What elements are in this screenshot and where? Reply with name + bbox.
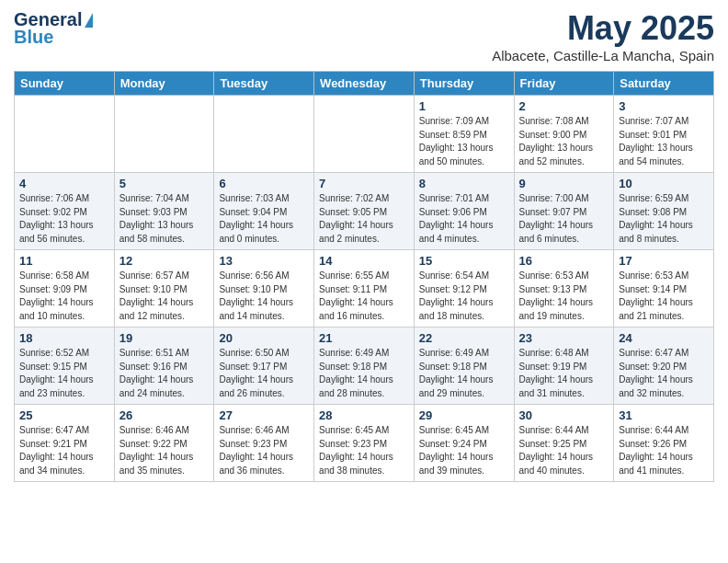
- day-info: Sunrise: 6:56 AM Sunset: 9:10 PM Dayligh…: [219, 270, 309, 323]
- day-number: 2: [519, 99, 609, 113]
- day-number: 10: [619, 177, 709, 190]
- day-cell: 23Sunrise: 6:48 AM Sunset: 9:19 PM Dayli…: [514, 327, 614, 405]
- day-info: Sunrise: 6:58 AM Sunset: 9:09 PM Dayligh…: [19, 270, 109, 323]
- day-cell: 8Sunrise: 7:01 AM Sunset: 9:06 PM Daylig…: [414, 173, 514, 250]
- day-cell: [15, 96, 115, 173]
- day-number: 27: [219, 408, 309, 422]
- day-info: Sunrise: 6:46 AM Sunset: 9:22 PM Dayligh…: [119, 424, 210, 477]
- day-cell: 30Sunrise: 6:44 AM Sunset: 9:25 PM Dayli…: [514, 405, 614, 482]
- day-number: 31: [619, 408, 709, 422]
- day-cell: 26Sunrise: 6:46 AM Sunset: 9:22 PM Dayli…: [114, 405, 214, 482]
- day-info: Sunrise: 6:54 AM Sunset: 9:12 PM Dayligh…: [419, 270, 509, 323]
- day-cell: 10Sunrise: 6:59 AM Sunset: 9:08 PM Dayli…: [614, 173, 714, 250]
- day-info: Sunrise: 6:44 AM Sunset: 9:26 PM Dayligh…: [619, 424, 709, 477]
- location: Albacete, Castille-La Mancha, Spain: [492, 48, 714, 63]
- col-tuesday: Tuesday: [214, 72, 314, 96]
- day-number: 14: [319, 254, 409, 268]
- day-cell: 1Sunrise: 7:09 AM Sunset: 8:59 PM Daylig…: [414, 96, 514, 173]
- day-number: 26: [119, 408, 210, 422]
- day-info: Sunrise: 6:51 AM Sunset: 9:16 PM Dayligh…: [119, 347, 210, 400]
- day-info: Sunrise: 7:02 AM Sunset: 9:05 PM Dayligh…: [319, 192, 409, 246]
- day-cell: 3Sunrise: 7:07 AM Sunset: 9:01 PM Daylig…: [614, 96, 714, 173]
- day-cell: 25Sunrise: 6:47 AM Sunset: 9:21 PM Dayli…: [15, 405, 115, 482]
- day-cell: 7Sunrise: 7:02 AM Sunset: 9:05 PM Daylig…: [314, 173, 415, 250]
- day-cell: 12Sunrise: 6:57 AM Sunset: 9:10 PM Dayli…: [114, 250, 214, 327]
- day-number: 1: [419, 99, 509, 113]
- day-cell: 9Sunrise: 7:00 AM Sunset: 9:07 PM Daylig…: [514, 173, 614, 250]
- day-number: 18: [19, 331, 109, 345]
- col-wednesday: Wednesday: [314, 72, 415, 96]
- day-cell: [114, 96, 214, 173]
- page-container: General Blue May 2025 Albacete, Castille…: [0, 0, 728, 491]
- day-cell: 6Sunrise: 7:03 AM Sunset: 9:04 PM Daylig…: [214, 173, 314, 250]
- day-info: Sunrise: 6:50 AM Sunset: 9:17 PM Dayligh…: [219, 347, 309, 400]
- day-info: Sunrise: 7:09 AM Sunset: 8:59 PM Dayligh…: [419, 115, 509, 168]
- day-cell: 27Sunrise: 6:46 AM Sunset: 9:23 PM Dayli…: [214, 405, 314, 482]
- day-number: 8: [419, 177, 509, 190]
- logo-blue: Blue: [14, 27, 53, 48]
- header: General Blue May 2025 Albacete, Castille…: [14, 9, 714, 63]
- month-title: May 2025: [492, 9, 714, 48]
- day-cell: 29Sunrise: 6:45 AM Sunset: 9:24 PM Dayli…: [414, 405, 514, 482]
- day-number: 16: [519, 254, 609, 268]
- day-number: 11: [19, 254, 109, 268]
- day-number: 13: [219, 254, 309, 268]
- day-number: 6: [219, 177, 309, 190]
- day-info: Sunrise: 6:48 AM Sunset: 9:19 PM Dayligh…: [519, 347, 609, 400]
- day-cell: 14Sunrise: 6:55 AM Sunset: 9:11 PM Dayli…: [314, 250, 415, 327]
- day-number: 21: [319, 331, 409, 345]
- day-cell: [214, 96, 314, 173]
- day-cell: 20Sunrise: 6:50 AM Sunset: 9:17 PM Dayli…: [214, 327, 314, 405]
- col-sunday: Sunday: [15, 72, 115, 96]
- day-info: Sunrise: 7:03 AM Sunset: 9:04 PM Dayligh…: [219, 192, 309, 246]
- logo: General Blue: [14, 9, 93, 48]
- week-row-1: 1Sunrise: 7:09 AM Sunset: 8:59 PM Daylig…: [15, 96, 714, 173]
- week-row-4: 18Sunrise: 6:52 AM Sunset: 9:15 PM Dayli…: [15, 327, 714, 405]
- day-number: 9: [519, 177, 609, 190]
- day-info: Sunrise: 6:52 AM Sunset: 9:15 PM Dayligh…: [19, 347, 109, 400]
- day-number: 15: [419, 254, 509, 268]
- logo-triangle-icon: [85, 13, 93, 28]
- day-cell: 15Sunrise: 6:54 AM Sunset: 9:12 PM Dayli…: [414, 250, 514, 327]
- day-number: 20: [219, 331, 309, 345]
- day-number: 23: [519, 331, 609, 345]
- day-info: Sunrise: 7:08 AM Sunset: 9:00 PM Dayligh…: [519, 115, 609, 168]
- col-saturday: Saturday: [614, 72, 714, 96]
- day-cell: 18Sunrise: 6:52 AM Sunset: 9:15 PM Dayli…: [15, 327, 115, 405]
- day-info: Sunrise: 6:47 AM Sunset: 9:20 PM Dayligh…: [619, 347, 709, 400]
- day-info: Sunrise: 6:57 AM Sunset: 9:10 PM Dayligh…: [119, 270, 210, 323]
- week-row-3: 11Sunrise: 6:58 AM Sunset: 9:09 PM Dayli…: [15, 250, 714, 327]
- day-number: 7: [319, 177, 409, 190]
- day-info: Sunrise: 6:45 AM Sunset: 9:23 PM Dayligh…: [319, 424, 409, 477]
- day-cell: [314, 96, 415, 173]
- day-info: Sunrise: 7:06 AM Sunset: 9:02 PM Dayligh…: [19, 192, 109, 246]
- day-cell: 21Sunrise: 6:49 AM Sunset: 9:18 PM Dayli…: [314, 327, 415, 405]
- day-number: 3: [619, 99, 709, 113]
- day-number: 30: [519, 408, 609, 422]
- day-cell: 19Sunrise: 6:51 AM Sunset: 9:16 PM Dayli…: [114, 327, 214, 405]
- day-info: Sunrise: 7:07 AM Sunset: 9:01 PM Dayligh…: [619, 115, 709, 168]
- day-info: Sunrise: 6:59 AM Sunset: 9:08 PM Dayligh…: [619, 192, 709, 246]
- day-cell: 28Sunrise: 6:45 AM Sunset: 9:23 PM Dayli…: [314, 405, 415, 482]
- day-number: 5: [119, 177, 210, 190]
- day-number: 22: [419, 331, 509, 345]
- day-number: 29: [419, 408, 509, 422]
- day-info: Sunrise: 6:53 AM Sunset: 9:13 PM Dayligh…: [519, 270, 609, 323]
- week-row-2: 4Sunrise: 7:06 AM Sunset: 9:02 PM Daylig…: [15, 173, 714, 250]
- calendar-table: Sunday Monday Tuesday Wednesday Thursday…: [14, 71, 714, 482]
- day-number: 28: [319, 408, 409, 422]
- day-cell: 11Sunrise: 6:58 AM Sunset: 9:09 PM Dayli…: [15, 250, 115, 327]
- day-cell: 13Sunrise: 6:56 AM Sunset: 9:10 PM Dayli…: [214, 250, 314, 327]
- col-thursday: Thursday: [414, 72, 514, 96]
- day-number: 4: [19, 177, 109, 190]
- day-cell: 5Sunrise: 7:04 AM Sunset: 9:03 PM Daylig…: [114, 173, 214, 250]
- day-info: Sunrise: 6:44 AM Sunset: 9:25 PM Dayligh…: [519, 424, 609, 477]
- day-number: 12: [119, 254, 210, 268]
- title-block: May 2025 Albacete, Castille-La Mancha, S…: [492, 9, 714, 63]
- day-cell: 4Sunrise: 7:06 AM Sunset: 9:02 PM Daylig…: [15, 173, 115, 250]
- day-info: Sunrise: 6:49 AM Sunset: 9:18 PM Dayligh…: [419, 347, 509, 400]
- day-info: Sunrise: 7:00 AM Sunset: 9:07 PM Dayligh…: [519, 192, 609, 246]
- week-row-5: 25Sunrise: 6:47 AM Sunset: 9:21 PM Dayli…: [15, 405, 714, 482]
- day-info: Sunrise: 6:47 AM Sunset: 9:21 PM Dayligh…: [19, 424, 109, 477]
- day-number: 25: [19, 408, 109, 422]
